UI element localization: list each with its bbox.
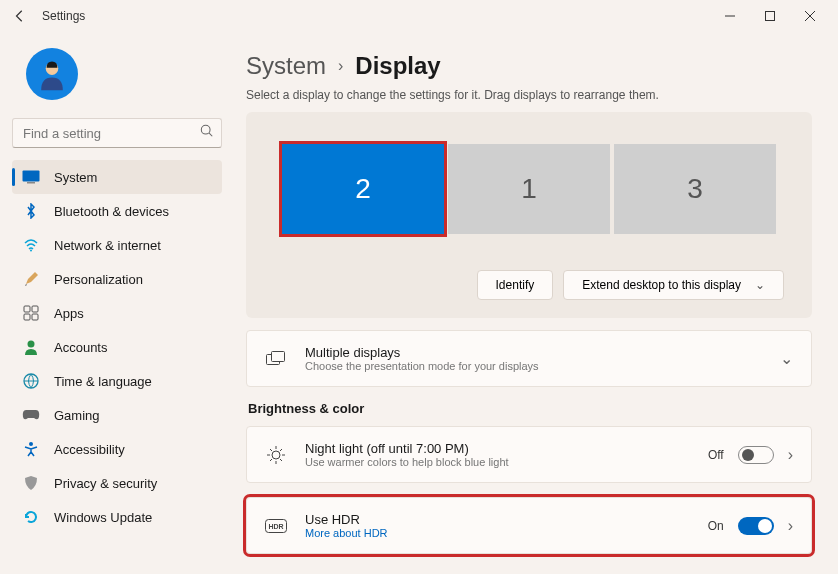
card-title: Night light (off until 7:00 PM) bbox=[305, 441, 509, 456]
svg-rect-11 bbox=[32, 306, 38, 312]
svg-rect-18 bbox=[272, 351, 285, 361]
svg-line-26 bbox=[280, 449, 282, 451]
maximize-icon bbox=[765, 11, 775, 21]
nav-label: Time & language bbox=[54, 374, 152, 389]
svg-point-16 bbox=[29, 442, 33, 446]
search-input[interactable] bbox=[12, 118, 222, 148]
nav-list: System Bluetooth & devices Network & int… bbox=[12, 160, 222, 534]
svg-point-19 bbox=[272, 451, 280, 459]
identify-button[interactable]: Identify bbox=[477, 270, 554, 300]
nav-update[interactable]: Windows Update bbox=[12, 500, 222, 534]
nav-label: Network & internet bbox=[54, 238, 161, 253]
nav-personalization[interactable]: Personalization bbox=[12, 262, 222, 296]
chevron-down-icon: ⌄ bbox=[780, 349, 793, 368]
monitors-row: 2 1 3 bbox=[274, 144, 784, 234]
svg-line-25 bbox=[280, 459, 282, 461]
nav-label: Windows Update bbox=[54, 510, 152, 525]
breadcrumb: System › Display bbox=[246, 52, 812, 80]
nav-label: Accessibility bbox=[54, 442, 125, 457]
monitor-3[interactable]: 3 bbox=[614, 144, 776, 234]
display-hint: Select a display to change the settings … bbox=[246, 88, 812, 102]
nav-accessibility[interactable]: Accessibility bbox=[12, 432, 222, 466]
card-title: Use HDR bbox=[305, 512, 388, 527]
svg-line-27 bbox=[270, 459, 272, 461]
user-avatar[interactable] bbox=[26, 48, 78, 100]
nav-label: Apps bbox=[54, 306, 84, 321]
bluetooth-icon bbox=[22, 202, 40, 220]
card-desc: Choose the presentation mode for your di… bbox=[305, 360, 539, 372]
display-arrangement-panel: 2 1 3 Identify Extend desktop to this di… bbox=[246, 112, 812, 318]
breadcrumb-parent[interactable]: System bbox=[246, 52, 326, 80]
multiple-displays-icon bbox=[265, 351, 287, 367]
svg-text:HDR: HDR bbox=[268, 523, 283, 530]
nav-network[interactable]: Network & internet bbox=[12, 228, 222, 262]
svg-line-24 bbox=[270, 449, 272, 451]
back-button[interactable] bbox=[8, 4, 32, 28]
extend-dropdown[interactable]: Extend desktop to this display⌄ bbox=[563, 270, 784, 300]
svg-rect-12 bbox=[24, 314, 30, 320]
chevron-right-icon: › bbox=[788, 517, 793, 535]
hdr-status: On bbox=[708, 519, 724, 533]
avatar-icon bbox=[34, 56, 70, 92]
main-content: System › Display Select a display to cha… bbox=[232, 32, 838, 574]
nav-gaming[interactable]: Gaming bbox=[12, 398, 222, 432]
svg-rect-10 bbox=[24, 306, 30, 312]
svg-rect-8 bbox=[27, 182, 35, 184]
chevron-right-icon: › bbox=[788, 446, 793, 464]
nav-apps[interactable]: Apps bbox=[12, 296, 222, 330]
window-title: Settings bbox=[42, 9, 85, 23]
night-light-status: Off bbox=[708, 448, 724, 462]
card-title: Multiple displays bbox=[305, 345, 539, 360]
svg-line-6 bbox=[209, 133, 212, 136]
svg-point-14 bbox=[28, 341, 35, 348]
night-light-toggle[interactable] bbox=[738, 446, 774, 464]
person-icon bbox=[22, 338, 40, 356]
system-icon bbox=[22, 168, 40, 186]
hdr-card[interactable]: HDR Use HDR More about HDR On › bbox=[246, 497, 812, 554]
arrow-left-icon bbox=[13, 9, 27, 23]
nav-privacy[interactable]: Privacy & security bbox=[12, 466, 222, 500]
svg-point-5 bbox=[201, 125, 210, 134]
minimize-button[interactable] bbox=[710, 2, 750, 30]
close-button[interactable] bbox=[790, 2, 830, 30]
svg-rect-1 bbox=[766, 12, 775, 21]
chevron-right-icon: › bbox=[338, 57, 343, 75]
page-title: Display bbox=[355, 52, 440, 80]
display-actions: Identify Extend desktop to this display⌄ bbox=[274, 270, 784, 300]
nav-accounts[interactable]: Accounts bbox=[12, 330, 222, 364]
multiple-displays-card[interactable]: Multiple displays Choose the presentatio… bbox=[246, 330, 812, 387]
nav-system[interactable]: System bbox=[12, 160, 222, 194]
night-light-card[interactable]: Night light (off until 7:00 PM) Use warm… bbox=[246, 426, 812, 483]
nav-label: Privacy & security bbox=[54, 476, 157, 491]
svg-point-9 bbox=[30, 250, 32, 252]
night-light-icon bbox=[265, 445, 287, 465]
hdr-icon: HDR bbox=[265, 519, 287, 533]
search-box bbox=[12, 118, 222, 148]
accessibility-icon bbox=[22, 440, 40, 458]
monitor-1[interactable]: 1 bbox=[448, 144, 610, 234]
apps-icon bbox=[22, 304, 40, 322]
nav-label: Personalization bbox=[54, 272, 143, 287]
title-bar: Settings bbox=[0, 0, 838, 32]
card-desc: Use warmer colors to help block blue lig… bbox=[305, 456, 509, 468]
nav-label: Bluetooth & devices bbox=[54, 204, 169, 219]
nav-time[interactable]: Time & language bbox=[12, 364, 222, 398]
nav-label: Accounts bbox=[54, 340, 107, 355]
nav-label: Gaming bbox=[54, 408, 100, 423]
section-brightness-label: Brightness & color bbox=[248, 401, 812, 416]
globe-clock-icon bbox=[22, 372, 40, 390]
close-icon bbox=[805, 11, 815, 21]
maximize-button[interactable] bbox=[750, 2, 790, 30]
hdr-more-link[interactable]: More about HDR bbox=[305, 527, 388, 539]
nav-bluetooth[interactable]: Bluetooth & devices bbox=[12, 194, 222, 228]
monitor-2[interactable]: 2 bbox=[282, 144, 444, 234]
search-icon bbox=[200, 124, 214, 142]
svg-rect-13 bbox=[32, 314, 38, 320]
update-icon bbox=[22, 508, 40, 526]
network-icon bbox=[22, 236, 40, 254]
svg-rect-7 bbox=[23, 171, 40, 182]
sidebar: System Bluetooth & devices Network & int… bbox=[0, 32, 232, 574]
minimize-icon bbox=[725, 11, 735, 21]
hdr-toggle[interactable] bbox=[738, 517, 774, 535]
nav-label: System bbox=[54, 170, 97, 185]
